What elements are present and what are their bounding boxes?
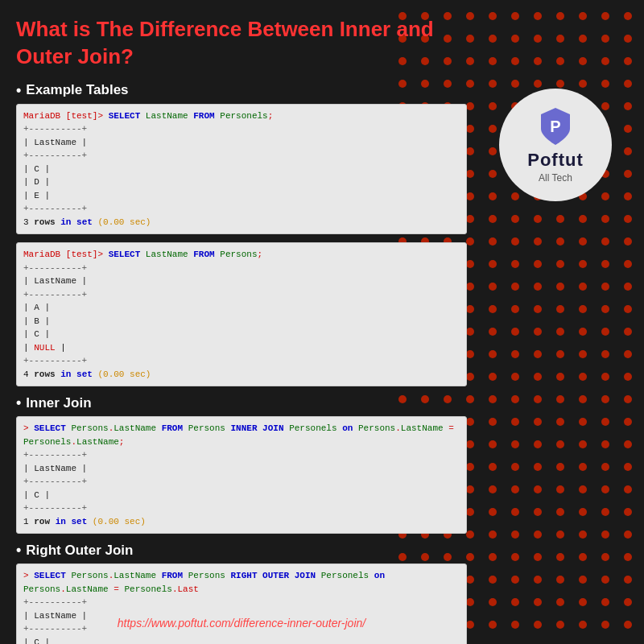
code-block: > SELECT Persons.LastName FROM Persons I… — [16, 416, 467, 534]
code-line: | LastName | — [23, 462, 460, 476]
code-line: +----------+ — [23, 448, 460, 462]
code-line: +----------+ — [23, 596, 460, 609]
footer-url[interactable]: https://www.poftut.com/difference-inner-… — [0, 617, 483, 630]
code-line: +----------+ — [23, 502, 460, 515]
code-line: | C | — [23, 636, 460, 644]
code-line: +----------+ — [23, 202, 460, 216]
sections-container: •Example TablesMariaDB [test]> SELECT La… — [16, 82, 467, 644]
bullet-icon: • — [16, 82, 21, 99]
code-line: > SELECT Persons.LastName FROM Persons I… — [23, 422, 460, 448]
code-line: | C | — [23, 328, 460, 341]
code-line: MariaDB [test]> SELECT LastName FROM Per… — [23, 109, 460, 123]
code-line: +----------+ — [23, 122, 460, 136]
code-line: > SELECT Persons.LastName FROM Persons R… — [23, 569, 460, 596]
code-line: | B | — [23, 315, 460, 328]
code-line: 1 row in set (0.00 sec) — [23, 515, 460, 529]
code-line: +----------+ — [23, 475, 460, 489]
code-line: MariaDB [test]> SELECT LastName FROM Per… — [23, 248, 460, 262]
section-heading-example-tables: •Example Tables — [16, 82, 467, 99]
logo-circle: P Poftut All Tech — [499, 89, 612, 201]
code-line: +----------+ — [23, 149, 460, 163]
code-line: | D | — [23, 175, 460, 189]
code-line: | LastName | — [23, 275, 460, 288]
code-block: MariaDB [test]> SELECT LastName FROM Per… — [16, 104, 467, 235]
svg-text:P: P — [550, 118, 560, 135]
code-line: | NULL | — [23, 341, 460, 355]
code-line: 3 rows in set (0.00 sec) — [23, 216, 460, 229]
section-heading-inner-join: •Inner Join — [16, 394, 467, 411]
code-line: +----------+ — [23, 288, 460, 302]
poftut-logo-icon: P — [539, 106, 572, 147]
code-line: +----------+ — [23, 354, 460, 368]
right-panel: P Poftut All Tech — [467, 0, 644, 644]
code-line: | C | — [23, 163, 460, 176]
section-heading-right-outer-join: •Right Outer Join — [16, 542, 467, 559]
code-line: | LastName | — [23, 136, 460, 150]
code-line: | A | — [23, 301, 460, 315]
code-block: MariaDB [test]> SELECT LastName FROM Per… — [16, 242, 467, 386]
section-label: Inner Join — [26, 395, 91, 411]
code-line: 4 rows in set (0.00 sec) — [23, 368, 460, 382]
code-line: | C | — [23, 489, 460, 502]
bullet-icon: • — [16, 394, 21, 411]
bullet-icon: • — [16, 542, 21, 559]
section-label: Example Tables — [26, 82, 128, 98]
main-content: What is The Difference Between Inner and… — [0, 0, 483, 644]
logo-subtitle: All Tech — [539, 172, 572, 184]
section-label: Right Outer Join — [26, 543, 133, 559]
page-title: What is The Difference Between Inner and… — [16, 16, 467, 71]
code-line: +----------+ — [23, 262, 460, 275]
code-line: | E | — [23, 189, 460, 203]
logo-name: Poftut — [527, 150, 584, 171]
code-block: > SELECT Persons.LastName FROM Persons R… — [16, 564, 467, 644]
